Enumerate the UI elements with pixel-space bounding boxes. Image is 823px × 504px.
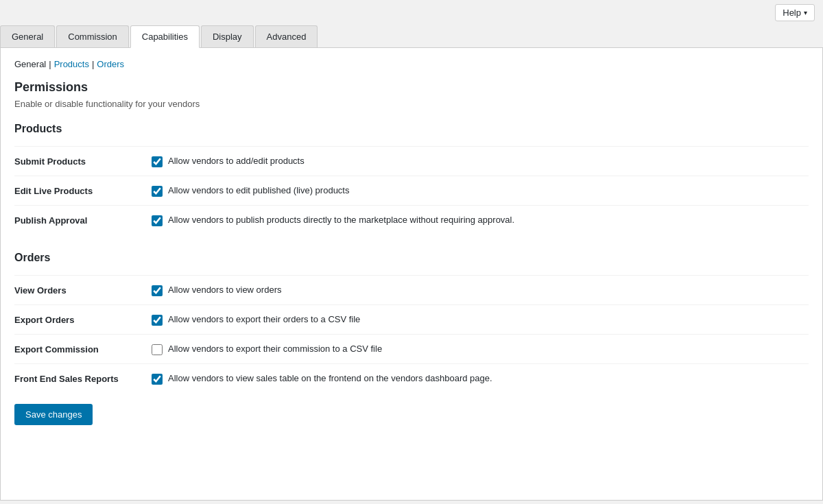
checkbox-submit-products[interactable] <box>152 156 163 167</box>
checkbox-export-orders[interactable] <box>152 315 163 326</box>
setting-control-submit-products: Allow vendors to add/edit products <box>152 155 809 167</box>
products-section-title: Products <box>14 123 809 135</box>
checkbox-export-commission[interactable] <box>152 344 163 355</box>
chevron-down-icon: ▾ <box>804 9 807 16</box>
setting-control-publish-approval: Allow vendors to publish products direct… <box>152 214 809 226</box>
setting-edit-live-products: Edit Live Products Allow vendors to edit… <box>14 176 809 205</box>
setting-label-view-orders: View Orders <box>14 284 152 296</box>
tab-general[interactable]: General <box>0 25 55 47</box>
setting-export-commission: Export Commission Allow vendors to expor… <box>14 334 809 363</box>
setting-control-export-orders: Allow vendors to export their orders to … <box>152 313 809 326</box>
main-content: General | Products | Orders Permissions … <box>0 48 823 501</box>
tab-commission[interactable]: Commission <box>56 25 129 47</box>
help-button[interactable]: Help ▾ <box>775 4 815 21</box>
tab-capabilities[interactable]: Capabilities <box>130 25 200 48</box>
breadcrumb-link-products[interactable]: Products <box>54 59 89 69</box>
save-button[interactable]: Save changes <box>14 404 93 425</box>
checkbox-label-export-commission[interactable]: Allow vendors to export their commission… <box>168 343 382 355</box>
setting-submit-products: Submit Products Allow vendors to add/edi… <box>14 146 809 176</box>
setting-label-export-orders: Export Orders <box>14 313 152 325</box>
setting-control-edit-live-products: Allow vendors to edit published (live) p… <box>152 184 809 197</box>
checkbox-label-edit-live-products[interactable]: Allow vendors to edit published (live) p… <box>168 184 349 197</box>
help-label: Help <box>783 8 801 18</box>
setting-view-orders: View Orders Allow vendors to view orders <box>14 275 809 304</box>
setting-control-front-end-sales-reports: Allow vendors to view sales table on the… <box>152 372 809 385</box>
checkbox-view-orders[interactable] <box>152 285 163 296</box>
checkbox-label-submit-products[interactable]: Allow vendors to add/edit products <box>168 155 305 167</box>
orders-section-title: Orders <box>14 252 809 264</box>
checkbox-label-view-orders[interactable]: Allow vendors to view orders <box>168 284 281 296</box>
top-bar: Help ▾ <box>0 0 823 25</box>
checkbox-front-end-sales-reports[interactable] <box>152 374 163 385</box>
checkbox-label-export-orders[interactable]: Allow vendors to export their orders to … <box>168 313 360 326</box>
setting-publish-approval: Publish Approval Allow vendors to publis… <box>14 205 809 235</box>
tab-bar: General Commission Capabilities Display … <box>0 25 823 48</box>
setting-label-front-end-sales-reports: Front End Sales Reports <box>14 372 152 384</box>
setting-label-edit-live-products: Edit Live Products <box>14 184 152 196</box>
breadcrumb-current: General <box>14 59 46 69</box>
breadcrumb: General | Products | Orders <box>14 59 809 69</box>
checkbox-edit-live-products[interactable] <box>152 186 163 197</box>
permissions-title: Permissions <box>14 80 809 95</box>
tab-display[interactable]: Display <box>201 25 254 47</box>
breadcrumb-sep-1: | <box>49 59 51 69</box>
setting-label-publish-approval: Publish Approval <box>14 214 152 226</box>
tab-advanced[interactable]: Advanced <box>255 25 318 47</box>
permissions-description: Enable or disable functionality for your… <box>14 99 809 109</box>
setting-export-orders: Export Orders Allow vendors to export th… <box>14 304 809 334</box>
checkbox-label-publish-approval[interactable]: Allow vendors to publish products direct… <box>168 214 514 226</box>
setting-label-export-commission: Export Commission <box>14 343 152 355</box>
setting-label-submit-products: Submit Products <box>14 155 152 167</box>
setting-front-end-sales-reports: Front End Sales Reports Allow vendors to… <box>14 363 809 393</box>
setting-control-view-orders: Allow vendors to view orders <box>152 284 809 296</box>
checkbox-publish-approval[interactable] <box>152 215 163 226</box>
breadcrumb-link-orders[interactable]: Orders <box>97 59 124 69</box>
checkbox-label-front-end-sales-reports[interactable]: Allow vendors to view sales table on the… <box>168 372 492 385</box>
breadcrumb-sep-2: | <box>92 59 94 69</box>
setting-control-export-commission: Allow vendors to export their commission… <box>152 343 809 355</box>
